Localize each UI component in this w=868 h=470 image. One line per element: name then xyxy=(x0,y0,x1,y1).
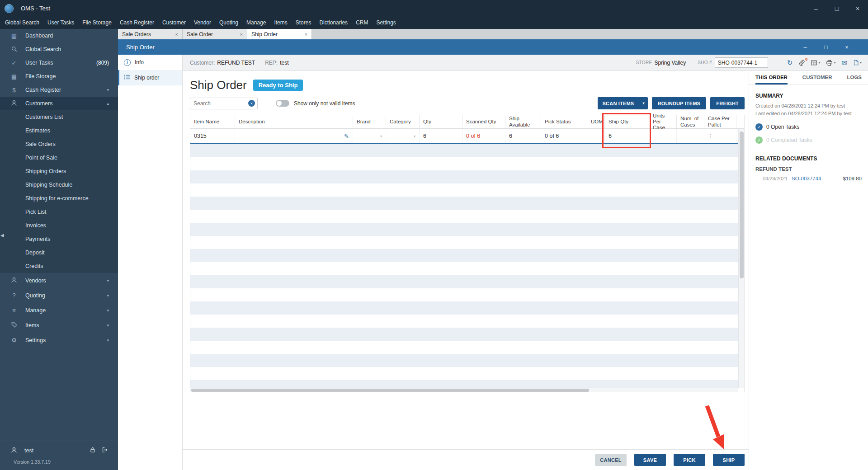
open-tasks-row[interactable]: ✓ 0 Open Tasks xyxy=(755,123,862,131)
menu-customer[interactable]: Customer xyxy=(158,17,190,29)
sidebar-item-customers-list[interactable]: Customers List xyxy=(0,110,118,124)
sidebar-item-global-search[interactable]: Global Search xyxy=(0,42,118,56)
col-scanned-qty[interactable]: Scanned Qty xyxy=(462,115,505,128)
search-input[interactable] xyxy=(193,100,243,107)
chevron-down-icon[interactable]: ▾ xyxy=(414,134,415,138)
maximize-button[interactable]: □ xyxy=(826,0,847,17)
horizontal-scrollbar[interactable] xyxy=(190,388,738,392)
menu-manage[interactable]: Manage xyxy=(242,17,270,29)
sho-number-input[interactable] xyxy=(715,57,768,68)
col-qty[interactable]: Qty xyxy=(420,115,462,128)
cell-description[interactable]: ✎ xyxy=(235,129,353,143)
menu-stores[interactable]: Stores xyxy=(292,17,316,29)
tab-close-icon[interactable]: × xyxy=(240,32,243,37)
sidebar-item-estimates[interactable]: Estimates xyxy=(0,124,118,137)
menu-vendor[interactable]: Vendor xyxy=(190,17,215,29)
cell-category-dropdown[interactable]: ▾ xyxy=(386,129,420,143)
lock-icon[interactable] xyxy=(90,447,95,454)
chevron-down-icon[interactable]: ▾ xyxy=(380,134,382,138)
tab-sale-orders[interactable]: Sale Orders × xyxy=(118,29,183,39)
col-uom[interactable]: UOM xyxy=(587,115,605,128)
sidebar-collapse-arrow[interactable]: ◀ xyxy=(0,233,4,238)
sidebar-item-pick-list[interactable]: Pick List xyxy=(0,205,118,219)
completed-tasks-row[interactable]: ✓ 0 Completed Tasks xyxy=(755,136,862,144)
menu-global-search[interactable]: Global Search xyxy=(1,17,43,29)
sidebar-item-payments[interactable]: Payments xyxy=(0,232,118,246)
menu-quoting[interactable]: Quoting xyxy=(215,17,242,29)
cell-case-per-pallet[interactable]: ⋮ xyxy=(704,129,736,143)
sidebar-item-shipping-schedule[interactable]: Shipping Schedule xyxy=(0,178,118,192)
inner-close-button[interactable]: × xyxy=(836,44,857,51)
roundup-items-button[interactable]: ROUNDUP ITEMS xyxy=(652,97,707,109)
sidebar-item-customers[interactable]: Customers ▴ xyxy=(0,97,118,110)
col-num-of-cases[interactable]: Num. of Cases xyxy=(677,115,704,128)
cell-brand-dropdown[interactable]: ▾ xyxy=(353,129,386,143)
sidebar-item-sale-orders[interactable]: Sale Orders xyxy=(0,137,118,151)
sidebar-item-invoices[interactable]: Invoices xyxy=(0,219,118,232)
edit-pencil-icon[interactable]: ✎ xyxy=(344,133,349,140)
sidebar-item-deposit[interactable]: Deposit xyxy=(0,246,118,259)
tab-logs[interactable]: LOGS xyxy=(847,71,862,85)
search-clear-icon[interactable]: × xyxy=(248,100,255,107)
col-ship-available[interactable]: Ship Available xyxy=(505,115,541,128)
tab-close-icon[interactable]: × xyxy=(305,32,307,37)
email-icon[interactable]: ✉ xyxy=(841,59,847,66)
menu-settings[interactable]: Settings xyxy=(372,17,400,29)
sidebar-item-credits[interactable]: Credits xyxy=(0,259,118,273)
menu-crm[interactable]: CRM xyxy=(352,17,372,29)
col-units-per-case[interactable]: Units Per Case xyxy=(649,115,677,128)
sidebar-item-manage[interactable]: ≡ Manage ▾ xyxy=(0,303,118,318)
sidebar-item-settings[interactable]: ⚙ Settings ▾ xyxy=(0,333,118,348)
row-menu-dots-icon[interactable]: ⋮ xyxy=(708,133,713,139)
print-icon[interactable]: ▾ xyxy=(826,60,835,66)
nav-item-info[interactable]: i Info xyxy=(118,55,182,70)
sidebar-item-dashboard[interactable]: ▦ Dashboard xyxy=(0,29,118,42)
tab-close-icon[interactable]: × xyxy=(175,32,178,37)
scan-items-button[interactable]: SCAN ITEMS ▾ xyxy=(598,97,648,109)
sync-icon[interactable]: ↻ xyxy=(787,59,793,66)
col-ship-qty[interactable]: Ship Qty xyxy=(605,115,649,128)
sidebar-item-user-tasks[interactable]: ✓ User Tasks (809) xyxy=(0,56,118,70)
vertical-scrollbar-thumb[interactable] xyxy=(740,132,744,278)
cell-ship-qty[interactable]: 6 xyxy=(605,129,649,143)
inner-minimize-button[interactable]: – xyxy=(795,44,816,51)
logout-icon[interactable] xyxy=(102,447,108,454)
sidebar-item-point-of-sale[interactable]: Point of Sale xyxy=(0,151,118,164)
pick-button[interactable]: PICK xyxy=(674,454,705,466)
col-description[interactable]: Description xyxy=(235,115,353,128)
menu-dictionaries[interactable]: Dictionaries xyxy=(315,17,352,29)
freight-button[interactable]: FREIGHT xyxy=(710,97,745,109)
sidebar-item-items[interactable]: Items ▾ xyxy=(0,318,118,333)
nav-item-ship-order[interactable]: Ship order xyxy=(118,70,182,85)
tab-sale-order[interactable]: Sale Order × xyxy=(183,29,247,39)
inner-maximize-button[interactable]: □ xyxy=(816,44,836,51)
cancel-button[interactable]: CANCEL xyxy=(595,454,627,466)
menu-items[interactable]: Items xyxy=(270,17,291,29)
col-item-name[interactable]: Item Name xyxy=(190,115,235,128)
sidebar-item-file-storage[interactable]: ▤ File Storage xyxy=(0,70,118,83)
tab-this-order[interactable]: THIS ORDER xyxy=(755,71,788,85)
attachments-icon[interactable]: 0 xyxy=(798,59,805,66)
export-document-icon[interactable]: ▾ xyxy=(853,59,862,66)
grid-view-icon[interactable]: ▾ xyxy=(811,60,820,66)
sidebar-item-vendors[interactable]: Vendors ▾ xyxy=(0,273,118,288)
menu-user-tasks[interactable]: User Tasks xyxy=(43,17,78,29)
sidebar-item-quoting[interactable]: ? Quoting ▾ xyxy=(0,288,118,303)
col-brand[interactable]: Brand xyxy=(353,115,386,128)
col-category[interactable]: Category xyxy=(386,115,420,128)
table-row[interactable]: 0315 ✎ ▾ ▾ 6 0 of 6 6 0 of 6 6 ⋮ xyxy=(190,129,744,144)
scan-items-dropdown[interactable]: ▾ xyxy=(639,97,647,109)
menu-file-storage[interactable]: File Storage xyxy=(78,17,116,29)
save-button[interactable]: SAVE xyxy=(634,454,666,466)
tab-ship-order[interactable]: Ship Order × xyxy=(247,29,312,39)
ship-button[interactable]: SHIP xyxy=(713,454,745,466)
col-case-per-pallet[interactable]: Case Per Pallet xyxy=(704,115,736,128)
sidebar-item-shipping-orders[interactable]: Shipping Orders xyxy=(0,164,118,178)
sidebar-item-cash-register[interactable]: $ Cash Register ▾ xyxy=(0,83,118,97)
horizontal-scrollbar-thumb[interactable] xyxy=(191,389,589,392)
sidebar-item-shipping-ecommerce[interactable]: Shipping for e-commerce xyxy=(0,192,118,205)
tab-customer[interactable]: CUSTOMER xyxy=(802,71,832,85)
not-valid-items-toggle[interactable] xyxy=(276,100,289,107)
close-button[interactable]: × xyxy=(847,0,868,17)
vertical-scrollbar[interactable] xyxy=(738,129,744,388)
